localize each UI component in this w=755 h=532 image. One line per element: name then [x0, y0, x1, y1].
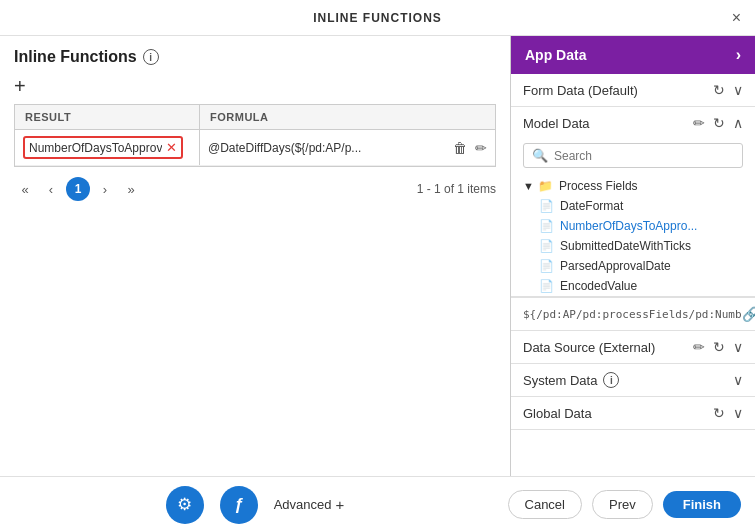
pagination-controls: « ‹ 1 › »	[14, 177, 142, 201]
file-icon: 📄	[539, 239, 554, 253]
tree-item-label: EncodedValue	[560, 279, 637, 293]
formula-text: @DateDiffDays(${/pd:AP/p...	[208, 141, 361, 155]
result-column-header: RESULT	[15, 105, 200, 129]
result-input-text: NumberOfDaysToApprove	[29, 141, 162, 155]
advanced-label[interactable]: Advanced +	[274, 496, 345, 513]
system-data-section: System Data i ∨	[511, 364, 755, 397]
close-button[interactable]: ×	[732, 9, 741, 27]
model-data-edit-icon[interactable]: ✏	[693, 115, 705, 131]
tree-item-label: ParsedApprovalDate	[560, 259, 671, 273]
data-source-refresh-icon[interactable]: ↻	[713, 339, 725, 355]
system-data-info-icon: i	[603, 372, 619, 388]
form-data-label: Form Data (Default)	[523, 83, 638, 98]
pagination-info: 1 - 1 of 1 items	[417, 182, 496, 196]
tree-container: ▼ 📁 Process Fields 📄 DateFormat 📄 Number…	[511, 176, 755, 296]
table-header: RESULT FORMULA	[15, 105, 495, 130]
formula-icons: 🗑 ✏	[453, 140, 487, 156]
function-button[interactable]: ƒ	[220, 486, 258, 524]
path-display: ${/pd:AP/pd:processFields/pd:Numb 🔗	[511, 297, 755, 331]
left-panel-toolbar: ⚙ ƒ Advanced +	[0, 476, 510, 532]
form-data-section: Form Data (Default) ↻ ∨	[511, 74, 755, 107]
data-source-row: Data Source (External) ✏ ↻ ∨	[511, 331, 755, 363]
form-data-actions: ↻ ∨	[713, 82, 743, 98]
table-row: NumberOfDaysToApprove ✕ @DateDiffDays(${…	[15, 130, 495, 166]
cancel-button[interactable]: Cancel	[508, 490, 582, 519]
search-icon: 🔍	[532, 148, 548, 163]
formula-cell: @DateDiffDays(${/pd:AP/p... 🗑 ✏	[200, 134, 495, 162]
result-clear-button[interactable]: ✕	[166, 140, 177, 155]
search-box: 🔍	[523, 143, 743, 168]
tree-root-label: Process Fields	[559, 179, 638, 193]
link-icon[interactable]: 🔗	[742, 306, 755, 322]
app-data-chevron-icon[interactable]: ›	[736, 46, 741, 64]
data-source-label: Data Source (External)	[523, 340, 655, 355]
function-icon: ƒ	[234, 495, 243, 515]
panel-heading: Inline Functions	[14, 48, 137, 66]
last-page-button[interactable]: »	[120, 178, 142, 200]
search-input[interactable]	[554, 149, 734, 163]
prev-button[interactable]: Prev	[592, 490, 653, 519]
tree-item-submitteddate[interactable]: 📄 SubmittedDateWithTicks	[539, 236, 743, 256]
model-data-actions: ✏ ↻ ∧	[693, 115, 743, 131]
path-text: ${/pd:AP/pd:processFields/pd:Numb	[523, 308, 742, 321]
tree-item-label: NumberOfDaysToAppro...	[560, 219, 697, 233]
global-data-section: Global Data ↻ ∨	[511, 397, 755, 430]
right-panel: App Data › Form Data (Default) ↻ ∨ Model…	[510, 36, 755, 532]
left-panel: Inline Functions i + RESULT FORMULA Numb…	[0, 36, 510, 532]
tree-root-item[interactable]: ▼ 📁 Process Fields	[523, 176, 743, 196]
model-data-chevron-icon[interactable]: ∧	[733, 115, 743, 131]
tree-item-parsedapproval[interactable]: 📄 ParsedApprovalDate	[539, 256, 743, 276]
right-footer: Cancel Prev Finish	[510, 476, 755, 532]
file-icon: 📄	[539, 219, 554, 233]
file-icon: 📄	[539, 259, 554, 273]
app-data-title: App Data	[525, 47, 586, 63]
data-source-section: Data Source (External) ✏ ↻ ∨	[511, 331, 755, 364]
global-data-actions: ↻ ∨	[713, 405, 743, 421]
folder-icon: 📁	[538, 179, 553, 193]
model-data-row: Model Data ✏ ↻ ∧	[511, 107, 755, 139]
tree-collapse-icon: ▼	[523, 180, 534, 192]
pagination-row: « ‹ 1 › » 1 - 1 of 1 items	[14, 177, 496, 201]
formula-column-header: FORMULA	[200, 105, 495, 129]
tree-item-dateformat[interactable]: 📄 DateFormat	[539, 196, 743, 216]
form-data-row: Form Data (Default) ↻ ∨	[511, 74, 755, 106]
result-input-box[interactable]: NumberOfDaysToApprove ✕	[23, 136, 183, 159]
data-source-actions: ✏ ↻ ∨	[693, 339, 743, 355]
system-data-actions: ∨	[733, 372, 743, 388]
data-source-chevron-icon[interactable]: ∨	[733, 339, 743, 355]
delete-formula-button[interactable]: 🗑	[453, 140, 467, 156]
global-data-label: Global Data	[523, 406, 592, 421]
panel-title: Inline Functions i	[14, 48, 496, 66]
result-cell: NumberOfDaysToApprove ✕	[15, 130, 200, 165]
page-1-button[interactable]: 1	[66, 177, 90, 201]
function-table: RESULT FORMULA NumberOfDaysToApprove ✕ @…	[14, 104, 496, 167]
global-data-chevron-icon[interactable]: ∨	[733, 405, 743, 421]
info-icon: i	[143, 49, 159, 65]
global-data-refresh-icon[interactable]: ↻	[713, 405, 725, 421]
tree-item-numberofdays[interactable]: 📄 NumberOfDaysToAppro...	[539, 216, 743, 236]
tree-item-label: SubmittedDateWithTicks	[560, 239, 691, 253]
next-page-button[interactable]: ›	[94, 178, 116, 200]
tree-item-encodedvalue[interactable]: 📄 EncodedValue	[539, 276, 743, 296]
data-source-edit-icon[interactable]: ✏	[693, 339, 705, 355]
file-icon: 📄	[539, 199, 554, 213]
model-data-label: Model Data	[523, 116, 589, 131]
title-bar: INLINE FUNCTIONS ×	[0, 0, 755, 36]
edit-formula-button[interactable]: ✏	[475, 140, 487, 156]
form-data-refresh-icon[interactable]: ↻	[713, 82, 725, 98]
advanced-text: Advanced	[274, 497, 332, 512]
model-data-refresh-icon[interactable]: ↻	[713, 115, 725, 131]
first-page-button[interactable]: «	[14, 178, 36, 200]
settings-button[interactable]: ⚙	[166, 486, 204, 524]
global-data-row: Global Data ↻ ∨	[511, 397, 755, 429]
form-data-chevron-icon[interactable]: ∨	[733, 82, 743, 98]
system-data-row: System Data i ∨	[511, 364, 755, 396]
advanced-plus-icon: +	[336, 496, 345, 513]
prev-page-button[interactable]: ‹	[40, 178, 62, 200]
app-data-header: App Data ›	[511, 36, 755, 74]
dialog-title: INLINE FUNCTIONS	[313, 11, 442, 25]
model-data-section: Model Data ✏ ↻ ∧ 🔍 ▼ 📁 Process Fields 📄 …	[511, 107, 755, 297]
system-data-chevron-icon[interactable]: ∨	[733, 372, 743, 388]
finish-button[interactable]: Finish	[663, 491, 741, 518]
add-function-button[interactable]: +	[14, 76, 496, 96]
